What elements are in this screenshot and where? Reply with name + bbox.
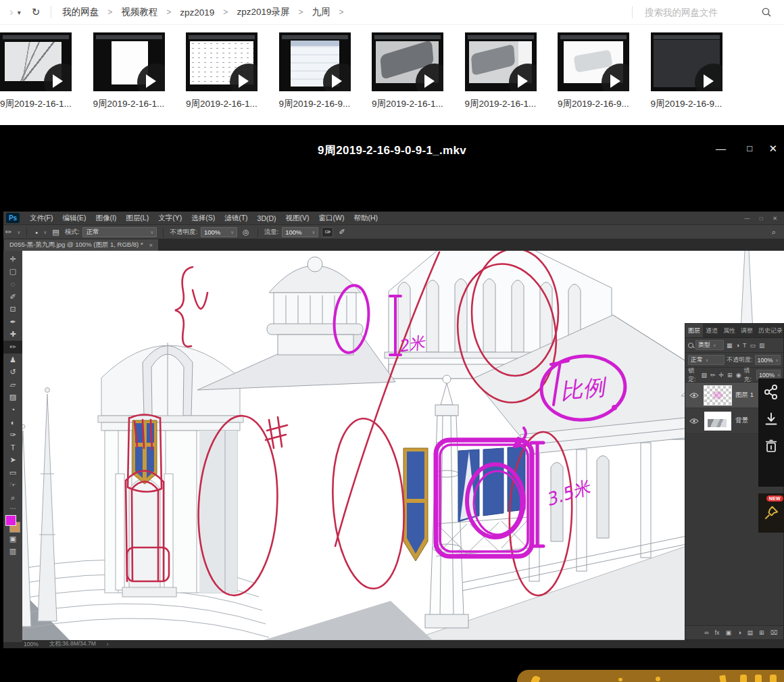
minimize-button[interactable]: — <box>716 142 726 155</box>
video-card[interactable]: 9周2019-2-16-9... <box>558 32 629 133</box>
layer-thumbnail[interactable] <box>704 386 731 405</box>
path-selection-tool-icon[interactable]: ➤ <box>3 454 22 467</box>
filter-shape-icon[interactable]: ▭ <box>749 342 756 349</box>
zoom-level-field[interactable]: 100% <box>24 641 39 648</box>
menu-image[interactable]: 图像(I) <box>91 214 121 223</box>
layer-group-icon[interactable]: ▤ <box>747 629 754 636</box>
video-card[interactable]: 9周2019-2-16-1... <box>0 32 72 133</box>
healing-brush-tool-icon[interactable]: ✚ <box>3 328 22 341</box>
ps-minimize-icon[interactable]: — <box>744 215 750 222</box>
file-name[interactable]: 9周2019-2-16-9... <box>558 98 640 110</box>
eraser-tool-icon[interactable]: ▱ <box>3 379 22 391</box>
file-name[interactable]: 9周2019-2-16-9... <box>279 98 362 110</box>
trash-icon[interactable] <box>763 438 779 454</box>
brush-panel-toggle-icon[interactable]: ▤ <box>50 228 61 237</box>
lasso-tool-icon[interactable]: ◌ <box>3 278 22 291</box>
ps-canvas[interactable]: 2米 比例 3.5米 <box>22 251 784 640</box>
share-icon[interactable] <box>763 384 779 400</box>
visibility-eye-icon[interactable] <box>688 392 700 399</box>
filter-kind-select[interactable]: 类型∨ <box>695 340 724 350</box>
gradient-tool-icon[interactable]: ▨ <box>3 391 22 404</box>
file-name[interactable]: 9周2019-2-16-9... <box>651 98 733 110</box>
foreground-color-swatch[interactable] <box>5 515 16 526</box>
filter-pixel-icon[interactable]: ▦ <box>726 342 733 349</box>
shape-tool-icon[interactable]: ▭ <box>3 466 22 479</box>
pen-tool-icon[interactable]: ✑ <box>3 429 22 441</box>
breadcrumb-item-week9[interactable]: 九周 <box>312 6 330 18</box>
video-card[interactable]: 9周2019-2-16-9... <box>651 32 722 133</box>
forward-icon[interactable]: › <box>9 5 14 19</box>
video-card[interactable]: 9周2019-2-16-1... <box>372 32 443 133</box>
file-name[interactable]: 9周2019-2-16-1... <box>465 98 547 110</box>
quick-selection-tool-icon[interactable]: ✐ <box>3 291 22 303</box>
lock-position-icon[interactable]: ✛ <box>718 372 725 379</box>
lock-all-icon[interactable]: ◉ <box>735 372 742 379</box>
filter-smart-icon[interactable]: ▥ <box>758 342 766 349</box>
video-card[interactable]: 9周2019-2-16-1... <box>93 32 165 133</box>
tab-channels[interactable]: 通道 <box>703 324 720 337</box>
history-brush-tool-icon[interactable]: ↺ <box>3 366 22 379</box>
file-name[interactable]: 9周2019-2-16-1... <box>0 98 82 110</box>
adjustment-layer-icon[interactable]: ◑ <box>737 629 741 636</box>
close-button[interactable]: ✕ <box>768 142 777 155</box>
delete-layer-icon[interactable]: ⌧ <box>770 629 778 636</box>
visibility-eye-icon[interactable] <box>688 418 700 424</box>
hand-tool-icon[interactable]: ☞ <box>3 479 22 492</box>
lock-pixels-icon[interactable]: ✏ <box>710 372 716 379</box>
edit-toolbar-icon[interactable]: ⋯ <box>3 504 22 512</box>
file-name[interactable]: 9周2019-2-16-1... <box>186 98 268 110</box>
smoothing-icon[interactable]: ✐ <box>337 228 347 237</box>
crop-tool-icon[interactable]: ⊡ <box>3 303 22 316</box>
menu-window[interactable]: 窗口(W) <box>314 214 349 223</box>
clone-stamp-tool-icon[interactable]: ♟ <box>3 354 22 366</box>
tab-layers[interactable]: 图层 <box>685 324 703 337</box>
options-search-icon[interactable]: ⌕ <box>772 228 784 237</box>
breadcrumb-item-root[interactable]: 我的网盘 <box>62 6 99 18</box>
ps-close-icon[interactable]: ✕ <box>773 215 777 222</box>
layer-style-icon[interactable]: fx <box>714 629 720 636</box>
lock-transparent-icon[interactable]: ▨ <box>700 372 708 379</box>
menu-edit[interactable]: 编辑(E) <box>57 214 91 223</box>
menu-3d[interactable]: 3D(D) <box>253 214 281 222</box>
lock-artboard-icon[interactable]: ⊞ <box>727 372 733 379</box>
search-icon[interactable] <box>761 7 772 18</box>
ps-restore-icon[interactable]: □ <box>760 215 763 222</box>
layer-thumbnail[interactable] <box>704 412 731 431</box>
marquee-tool-icon[interactable]: ▢ <box>3 266 22 278</box>
menu-layer[interactable]: 图层(L) <box>121 214 153 223</box>
new-layer-icon[interactable]: ⊞ <box>758 629 765 636</box>
file-name[interactable]: 9周2019-2-16-1... <box>93 98 176 110</box>
breadcrumb-item-recordings[interactable]: zpz2019录屏 <box>237 6 289 18</box>
airbrush-icon[interactable]: ✑ <box>322 227 333 237</box>
zoom-tool-icon[interactable]: ⌕ <box>3 491 22 504</box>
tab-close-icon[interactable]: × <box>149 241 153 249</box>
link-layers-icon[interactable]: ∞ <box>704 629 709 636</box>
video-card[interactable]: 9周2019-2-16-1... <box>186 32 258 133</box>
dodge-tool-icon[interactable]: ◔ <box>3 404 22 416</box>
filter-type-icon[interactable]: T <box>742 342 748 349</box>
mode-select[interactable]: 正常∨ <box>82 227 157 237</box>
move-tool-icon[interactable]: ✛ <box>3 253 22 266</box>
brush-tool-icon[interactable]: ✏ <box>3 341 22 354</box>
status-expander-icon[interactable]: › <box>107 641 109 648</box>
layer-mask-icon[interactable]: ▣ <box>725 629 733 636</box>
eyedropper-tool-icon[interactable]: ✒ <box>3 316 22 328</box>
menu-help[interactable]: 帮助(H) <box>349 214 383 223</box>
opacity-field[interactable]: 100%∨ <box>201 227 237 237</box>
layer-name[interactable]: 图层 1 <box>735 391 754 399</box>
breadcrumb-item-videos[interactable]: 视频教程 <box>121 6 157 18</box>
video-card[interactable]: 9周2019-2-16-1... <box>465 32 537 133</box>
brush-preset-icon[interactable]: ✏ <box>3 228 14 237</box>
tab-adjustments[interactable]: 调整 <box>738 324 756 337</box>
pin-shortcut[interactable]: NEW <box>758 493 784 533</box>
menu-filter[interactable]: 滤镜(T) <box>220 214 252 223</box>
type-tool-icon[interactable]: T <box>3 441 22 454</box>
menu-type[interactable]: 文字(Y) <box>153 214 187 223</box>
brush-size-icon[interactable]: • <box>33 228 40 237</box>
menu-select[interactable]: 选择(S) <box>187 214 220 223</box>
chevron-down-icon[interactable]: ▾ <box>18 9 21 16</box>
flow-field[interactable]: 100%∨ <box>282 227 318 237</box>
refresh-icon[interactable]: ↻ <box>32 6 41 18</box>
breadcrumb-item-zpz2019[interactable]: zpz2019 <box>180 7 214 18</box>
quick-mask-icon[interactable]: ▣ <box>3 533 22 545</box>
